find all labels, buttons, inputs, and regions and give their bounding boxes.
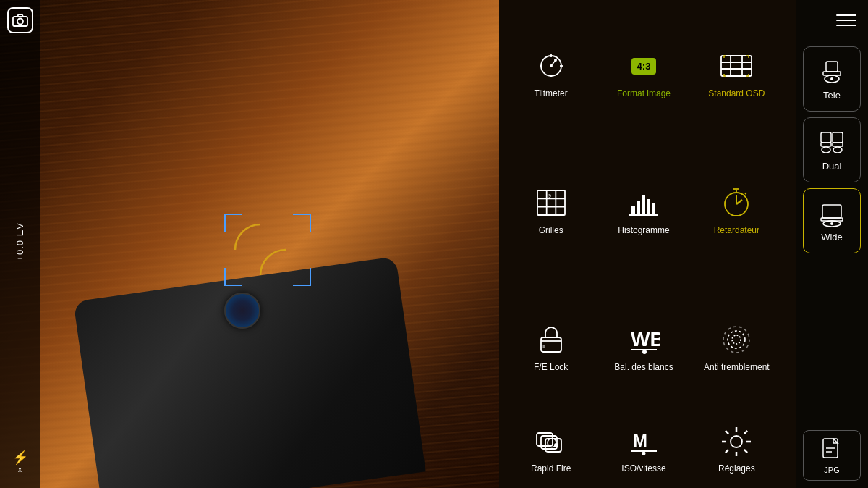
grilles-icon-wrapper: 9 [533,187,569,219]
svg-rect-51 [833,132,843,143]
svg-rect-36 [537,433,553,446]
menu-item-reglages[interactable]: Réglages [692,418,781,481]
wb-icon-wrapper: WB [626,324,662,356]
svg-text:WB: WB [631,328,660,350]
svg-rect-23 [642,195,645,215]
tele-icon [817,57,846,86]
svg-rect-9 [721,56,752,76]
svg-rect-22 [637,201,640,215]
menu-item-iso-vitesse[interactable]: M ISO/vitesse [599,418,688,481]
timer-icon-wrapper [718,187,754,219]
standard-osd-label: Standard OSD [708,88,765,98]
menu-item-retardateur[interactable]: Retardateur [692,144,781,277]
menu-item-rapid-fire[interactable]: Rapid Fire [506,418,595,481]
dual-label: Dual [822,161,842,172]
svg-point-32 [642,350,647,354]
menu-item-fe-lock[interactable]: ≡ F/E Lock [506,281,595,414]
svg-rect-48 [821,132,831,143]
menu-item-grilles[interactable]: 9 Grilles [506,144,595,277]
svg-rect-54 [822,205,841,218]
jpg-format-button[interactable]: JPG [803,430,861,481]
hamburger-menu[interactable] [836,7,862,33]
iso-icon-wrapper: M [626,425,662,458]
svg-point-8 [554,59,557,62]
svg-rect-14 [537,190,565,215]
format-badge: 4:3 [631,58,657,75]
settings-icon-wrapper [718,425,754,458]
flash-icon: ⚡ [12,450,28,466]
ev-display: +0.0 EV [14,222,25,261]
menu-line-1 [836,14,856,16]
focus-reticle [224,214,311,286]
svg-rect-21 [631,206,635,215]
format-image-label: Format image [617,88,671,98]
bal-blancs-label: Bal. des blancs [614,362,673,372]
svg-point-47 [830,77,833,80]
svg-point-33 [728,331,745,348]
retardateur-label: Retardateur [714,225,760,235]
camera-top-icon[interactable] [7,7,33,33]
lock-icon-wrapper: ≡ [533,324,569,356]
format-icon-wrapper: 4:3 [626,50,662,83]
svg-point-50 [822,147,830,153]
svg-rect-49 [821,143,831,146]
lens-btn-tele[interactable]: Tele [803,46,861,112]
lens-btn-dual[interactable]: Dual [803,117,861,182]
wide-icon [817,199,846,228]
lens-sidebar: Tele Dual Wide [796,0,868,488]
left-panel: +0.0 EV ⚡ x [0,0,40,488]
tiltmeter-icon-wrapper [533,50,569,83]
svg-point-43 [731,436,742,447]
svg-rect-24 [647,199,650,215]
burst-icon-wrapper [533,425,569,458]
corner-tr [293,214,311,232]
camera-viewfinder [0,0,499,488]
histogramme-label: Histogramme [618,225,669,235]
flash-control[interactable]: ⚡ x [12,450,28,474]
histogram-icon-wrapper [626,187,662,219]
phone-shape [73,256,425,488]
jpg-label: JPG [824,466,839,474]
menu-item-anti-tremblement[interactable]: Anti tremblement [692,281,781,414]
svg-point-53 [833,147,842,153]
svg-point-42 [642,451,645,455]
menu-item-tiltmeter[interactable]: Tiltmeter [506,7,595,140]
lens-btn-wide[interactable]: Wide [803,188,861,253]
menu-item-bal-blancs[interactable]: WB Bal. des blancs [599,281,688,414]
menu-item-format-image[interactable]: 4:3 Format image [599,7,688,140]
corner-br [293,268,311,286]
svg-point-34 [732,335,741,344]
svg-rect-37 [541,436,557,449]
svg-rect-44 [826,62,838,72]
stabilize-icon-wrapper [718,324,754,356]
gold-arc-overlay [231,221,289,279]
dual-icon [817,128,846,157]
svg-rect-25 [652,203,655,215]
iso-vitesse-label: ISO/vitesse [621,463,665,474]
anti-tremblement-label: Anti tremblement [704,362,770,372]
menu-line-2 [836,20,856,21]
rapid-fire-label: Rapid Fire [531,463,571,474]
grilles-label: Grilles [539,225,563,235]
menu-item-standard-osd[interactable]: Standard OSD [692,7,781,140]
menu-item-histogramme[interactable]: Histogramme [599,144,688,277]
reglages-label: Réglages [718,463,755,474]
camera-lens [224,293,260,329]
svg-point-39 [554,443,558,447]
svg-point-1 [17,19,23,25]
svg-text:9: 9 [548,193,551,198]
svg-point-57 [830,222,833,225]
fe-lock-label: F/E Lock [534,362,568,372]
svg-text:≡: ≡ [542,344,545,349]
tiltmeter-label: Tiltmeter [535,88,568,98]
tele-label: Tele [823,90,841,101]
menu-line-3 [836,25,856,26]
menu-grid: Tiltmeter 4:3 Format image [499,0,788,488]
wide-label: Wide [821,232,843,243]
svg-text:M: M [633,431,647,450]
flash-off-label: x [18,466,22,474]
svg-rect-52 [833,143,843,146]
osd-icon-wrapper [718,50,754,83]
